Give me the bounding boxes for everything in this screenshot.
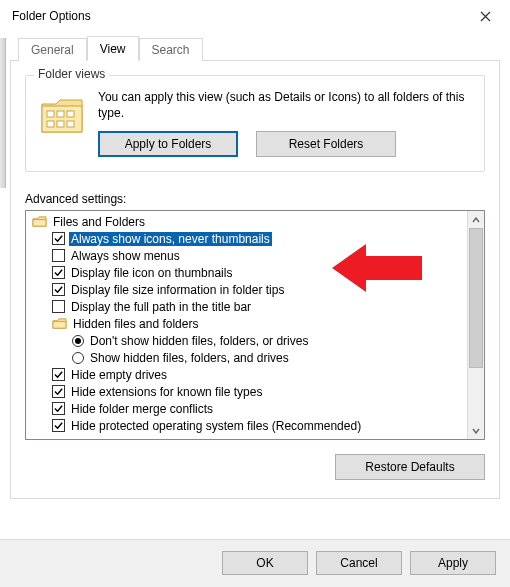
scrollbar[interactable] <box>467 211 484 439</box>
tree-item[interactable]: Display the full path in the title bar <box>30 298 465 315</box>
scrollbar-thumb[interactable] <box>469 228 483 368</box>
tree-item-label: Display file size information in folder … <box>69 283 286 297</box>
folder-icon <box>32 215 47 228</box>
tab-view[interactable]: View <box>87 36 139 61</box>
close-button[interactable] <box>466 2 504 30</box>
scrollbar-track[interactable] <box>468 228 484 422</box>
svg-rect-2 <box>57 111 64 117</box>
advanced-settings-list[interactable]: Files and Folders Always show icons, nev… <box>26 211 467 439</box>
svg-rect-3 <box>67 111 74 117</box>
scroll-down-button[interactable] <box>468 422 484 439</box>
folder-icon <box>52 317 67 330</box>
svg-rect-7 <box>33 220 46 227</box>
tree-item[interactable]: Hide folder merge conflicts <box>30 400 465 417</box>
tree-item[interactable]: Hidden files and folders <box>30 315 465 332</box>
svg-rect-4 <box>47 121 54 127</box>
folder-views-text: You can apply this view (such as Details… <box>98 90 472 121</box>
checkbox-icon[interactable] <box>52 402 65 415</box>
tree-item[interactable]: Always show icons, never thumbnails <box>30 230 465 247</box>
cancel-button[interactable]: Cancel <box>316 551 402 575</box>
tree-item[interactable]: Don't show hidden files, folders, or dri… <box>30 332 465 349</box>
titlebar: Folder Options <box>0 0 510 32</box>
tree-root-row[interactable]: Files and Folders <box>30 213 465 230</box>
tree-item[interactable]: Display file icon on thumbnails <box>30 264 465 281</box>
svg-rect-5 <box>57 121 64 127</box>
dialog-buttons: OK Cancel Apply <box>222 541 496 575</box>
tab-search[interactable]: Search <box>139 38 203 61</box>
restore-defaults-button[interactable]: Restore Defaults <box>335 454 485 480</box>
tree-root-label: Files and Folders <box>51 215 147 229</box>
svg-rect-0 <box>42 106 82 132</box>
tree-item[interactable]: Hide extensions for known file types <box>30 383 465 400</box>
tabpage-view: Folder views <box>10 60 500 499</box>
tree-item-label: Always show icons, never thumbnails <box>69 232 272 246</box>
advanced-settings-box: Files and Folders Always show icons, nev… <box>25 210 485 440</box>
tree-item-label: Display file icon on thumbnails <box>69 266 234 280</box>
svg-rect-1 <box>47 111 54 117</box>
reset-folders-button[interactable]: Reset Folders <box>256 131 396 157</box>
svg-rect-6 <box>67 121 74 127</box>
tree-item-label: Show hidden files, folders, and drives <box>88 351 291 365</box>
tabstrip: General View Search <box>18 36 500 60</box>
content-area: General View Search Folder views <box>0 32 510 499</box>
tree-item-label: Hide extensions for known file types <box>69 385 264 399</box>
checkbox-icon[interactable] <box>52 368 65 381</box>
scroll-up-button[interactable] <box>468 211 484 228</box>
chevron-down-icon <box>472 428 480 434</box>
tree-item-label: Don't show hidden files, folders, or dri… <box>88 334 310 348</box>
folder-views-group: Folder views <box>25 75 485 172</box>
apply-button[interactable]: Apply <box>410 551 496 575</box>
checkbox-icon[interactable] <box>52 249 65 262</box>
checkbox-icon[interactable] <box>52 385 65 398</box>
tree-item[interactable]: Always show menus <box>30 247 465 264</box>
close-icon <box>480 11 491 22</box>
folder-options-window: Folder Options General View Search Folde… <box>0 0 510 587</box>
ok-button[interactable]: OK <box>222 551 308 575</box>
tree-item[interactable]: Hide empty drives <box>30 366 465 383</box>
radio-icon[interactable] <box>72 352 84 364</box>
checkbox-icon[interactable] <box>52 232 65 245</box>
window-title: Folder Options <box>12 9 91 23</box>
checkbox-icon[interactable] <box>52 266 65 279</box>
folder-icon <box>38 92 86 140</box>
advanced-settings-label: Advanced settings: <box>25 192 485 206</box>
checkbox-icon[interactable] <box>52 419 65 432</box>
folder-views-label: Folder views <box>34 67 109 81</box>
chevron-up-icon <box>472 217 480 223</box>
tree-item-label: Hide protected operating system files (R… <box>69 419 363 433</box>
tree-item-label: Hide folder merge conflicts <box>69 402 215 416</box>
tab-general[interactable]: General <box>18 38 87 61</box>
checkbox-icon[interactable] <box>52 300 65 313</box>
tree-item-label: Hide empty drives <box>69 368 169 382</box>
svg-rect-8 <box>53 322 66 329</box>
tree-item-label: Display the full path in the title bar <box>69 300 253 314</box>
tree-item-label: Hidden files and folders <box>71 317 200 331</box>
tree-item[interactable]: Display file size information in folder … <box>30 281 465 298</box>
tree-item[interactable]: Hide protected operating system files (R… <box>30 417 465 434</box>
checkbox-icon[interactable] <box>52 283 65 296</box>
tree-item[interactable]: Show hidden files, folders, and drives <box>30 349 465 366</box>
apply-to-folders-button[interactable]: Apply to Folders <box>98 131 238 157</box>
tree-item-label: Always show menus <box>69 249 182 263</box>
radio-icon[interactable] <box>72 335 84 347</box>
